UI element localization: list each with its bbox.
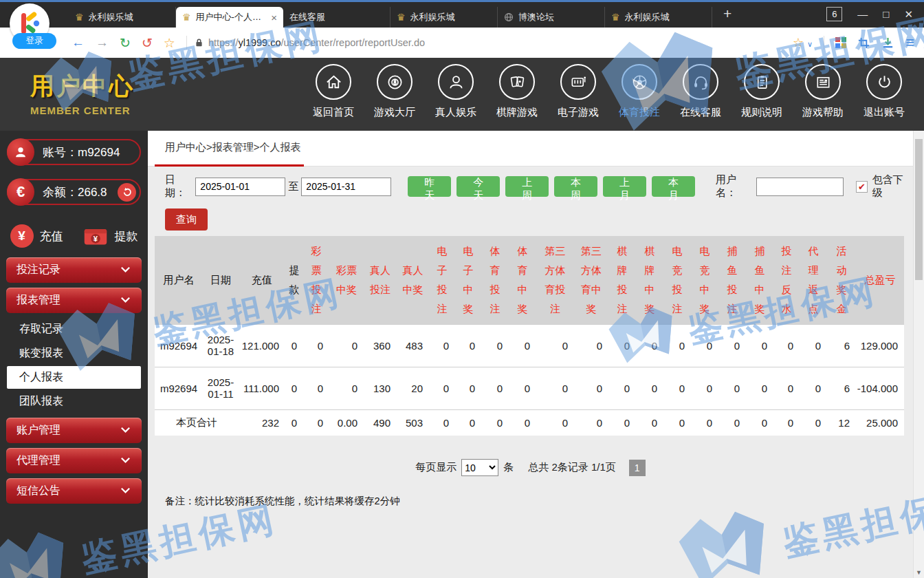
report-cell: 0 (800, 409, 827, 436)
chevron-down-icon (120, 455, 131, 467)
browser-tab[interactable]: ♛永利娱乐城 (605, 7, 712, 28)
page-number-button[interactable]: 1 (629, 460, 646, 476)
sidebar-item[interactable]: 账变报表 (0, 342, 148, 365)
window-controls: 6 — □ ✕ (826, 7, 924, 21)
favorites-star-icon[interactable]: ☆ ∨ (793, 35, 813, 50)
report-cell: 0 (285, 324, 303, 367)
table-row: m926942025-01-11111.00000013020000000000… (155, 367, 904, 409)
per-page-select[interactable]: 10 (461, 459, 498, 476)
nav-item[interactable]: 体育投注 (617, 64, 661, 119)
quick-date-button[interactable]: 昨天 (408, 176, 451, 197)
minimize-icon[interactable]: — (857, 8, 868, 20)
screenshot-crop-icon[interactable] (857, 36, 870, 50)
url-scheme: https:// (208, 37, 239, 48)
column-header: 彩票中奖 (329, 236, 364, 324)
browser-tab[interactable]: ♛用户中心-个人总览× (176, 7, 283, 28)
browser-tab[interactable]: ♛永利娱乐城 (390, 7, 498, 28)
address-field[interactable]: https://yl1999.co/userCenter/report/repo… (194, 37, 793, 48)
report-cell: 490 (364, 409, 397, 436)
sidebar-group[interactable]: 短信公告 (6, 478, 142, 504)
withdraw-label: 提款 (115, 228, 138, 244)
report-cell: 25.000 (856, 409, 904, 436)
page-scrollbar[interactable]: ▼ (913, 131, 924, 578)
new-tab-button[interactable]: + (723, 6, 732, 22)
nav-item[interactable]: 在线客服 (679, 64, 723, 119)
nav-item[interactable]: 游戏大厅 (373, 64, 417, 119)
sidebar: 账号：m92694 € 余额：266.8 ¥ 充值 (0, 131, 148, 578)
site-header: 用户中心 MEMBER CENTER 返回首页游戏大厅真人娱乐棋牌游戏电子游戏体… (0, 58, 924, 131)
report-cell: 0 (429, 409, 455, 436)
svg-text:¥: ¥ (93, 235, 98, 243)
username-input[interactable] (756, 178, 844, 196)
undo-icon[interactable]: ↺ (142, 35, 153, 51)
scrollbar-thumb[interactable] (915, 139, 923, 280)
report-cell: 0 (608, 409, 636, 436)
sidebar-item[interactable]: 团队报表 (0, 390, 148, 413)
forward-icon[interactable]: → (96, 35, 109, 50)
withdraw-button[interactable]: ¥ 提款 (82, 224, 138, 248)
column-header: 充值 (239, 236, 285, 324)
nav-item[interactable]: 退出账号 (862, 64, 906, 119)
nav-item[interactable]: 电子游戏 (556, 64, 600, 119)
date-to-input[interactable] (301, 178, 391, 196)
sidebar-group[interactable]: 账户管理 (6, 418, 142, 443)
breadcrumb-underline (155, 164, 304, 167)
nav-label: 在线客服 (679, 106, 723, 119)
column-header: 电竞中奖 (691, 236, 718, 324)
include-sub-checkbox[interactable]: ✔ (856, 181, 868, 193)
report-cell: 0 (718, 409, 746, 436)
nav-item[interactable]: 返回首页 (311, 64, 355, 119)
report-cell: 0 (329, 324, 364, 367)
report-cell: 0 (663, 409, 691, 436)
nav-label: 体育投注 (617, 106, 661, 119)
bookmark-star-icon[interactable]: ☆ (164, 35, 175, 51)
sidebar-item[interactable]: 存取记录 (0, 318, 148, 341)
main-nav: 返回首页游戏大厅真人娱乐棋牌游戏电子游戏体育投注在线客服规则说明游戏帮助退出账号 (311, 64, 906, 119)
report-cell: 6 (827, 324, 856, 367)
tab-count-badge[interactable]: 6 (826, 7, 842, 21)
search-button[interactable]: 查询 (165, 208, 208, 231)
headset-icon (683, 64, 718, 100)
refresh-icon[interactable]: ↻ (120, 35, 131, 51)
back-icon[interactable]: ← (72, 35, 85, 50)
crown-favicon: ♛ (75, 12, 84, 22)
report-cell: 130 (364, 367, 397, 409)
quick-date-button[interactable]: 本周 (554, 176, 597, 197)
download-icon[interactable] (881, 36, 894, 50)
breadcrumb: 用户中心>报表管理>个人报表 (165, 141, 301, 153)
browser-login-button[interactable]: 登录 (12, 33, 56, 49)
wallet-icon: ¥ (82, 226, 109, 246)
report-cell: 0 (481, 324, 509, 367)
account-pill: 账号：m92694 (7, 139, 141, 165)
column-header: 活动奖金 (827, 236, 856, 324)
breadcrumb-row: 用户中心>报表管理>个人报表 (148, 131, 913, 167)
date-from-input[interactable] (195, 178, 285, 196)
menu-icon[interactable]: ≡ (905, 35, 914, 50)
nav-item[interactable]: 棋牌游戏 (495, 64, 539, 119)
sidebar-item[interactable]: 个人报表 (7, 366, 141, 389)
quick-date-button[interactable]: 上月 (603, 176, 646, 197)
column-header: 投注反水 (773, 236, 800, 324)
tab-close-icon[interactable]: × (271, 12, 277, 23)
recharge-button[interactable]: ¥ 充值 (10, 224, 63, 248)
sidebar-group[interactable]: 代理管理 (6, 448, 142, 473)
scrollbar-down-icon[interactable]: ▼ (914, 569, 924, 576)
browser-tab[interactable]: ♛永利娱乐城 (69, 7, 176, 28)
quick-date-button[interactable]: 上周 (505, 176, 549, 197)
browser-tab[interactable]: 博澳论坛 (498, 7, 605, 28)
apps-grid-icon[interactable] (835, 37, 846, 48)
nav-item[interactable]: 规则说明 (740, 64, 784, 119)
refresh-balance-icon[interactable] (118, 183, 136, 202)
unit-label: 条 (503, 461, 514, 474)
browser-tab[interactable]: 在线客服 (283, 7, 390, 28)
report-cell: 0 (663, 324, 691, 367)
close-icon[interactable]: ✕ (904, 8, 913, 21)
sidebar-group[interactable]: 报表管理 (6, 288, 142, 313)
site-logo: 用户中心 MEMBER CENTER (30, 70, 135, 116)
quick-date-button[interactable]: 本月 (652, 176, 695, 197)
maximize-icon[interactable]: □ (883, 8, 889, 20)
sidebar-group[interactable]: 投注记录 (6, 257, 142, 283)
quick-date-button[interactable]: 今天 (456, 176, 500, 197)
nav-item[interactable]: 游戏帮助 (801, 64, 845, 119)
nav-item[interactable]: 真人娱乐 (434, 64, 478, 119)
